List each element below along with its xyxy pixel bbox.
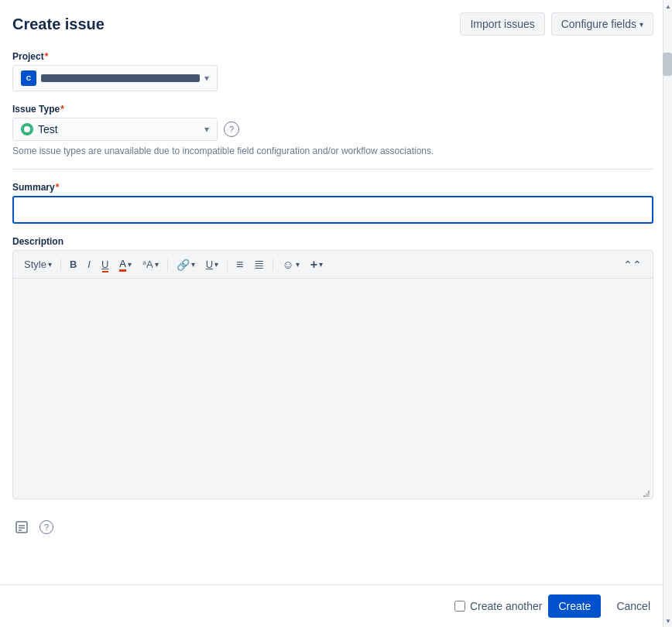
- configure-fields-button[interactable]: Configure fields ▾: [551, 12, 653, 36]
- issue-type-row: Test ▾ ?: [12, 118, 653, 141]
- section-divider: [12, 169, 653, 170]
- scrollbar-down-arrow[interactable]: ▼: [663, 615, 672, 627]
- page-title: Create issue: [12, 15, 105, 33]
- summary-input[interactable]: [12, 196, 653, 224]
- collapse-toolbar-button[interactable]: ⌃⌃: [619, 255, 646, 274]
- font-size-chevron: ▾: [155, 260, 159, 269]
- issue-type-dropdown-arrow: ▾: [204, 124, 209, 135]
- project-select[interactable]: C ▾: [12, 65, 218, 91]
- underline-button[interactable]: U: [97, 255, 113, 273]
- project-icon: C: [21, 70, 36, 86]
- scrollbar-thumb[interactable]: [663, 53, 672, 76]
- emoji-button[interactable]: ☺ ▾: [277, 255, 303, 274]
- toolbar-sep-1: [60, 259, 61, 271]
- create-another-checkbox[interactable]: [454, 601, 465, 612]
- attachment-icon[interactable]: [12, 518, 31, 536]
- style-button[interactable]: Style ▾: [19, 255, 57, 273]
- issue-type-icon: [21, 123, 33, 135]
- toolbar-sep-2: [167, 259, 168, 271]
- text-underline-button[interactable]: U ▾: [201, 255, 223, 273]
- cancel-button[interactable]: Cancel: [607, 595, 660, 617]
- issue-type-hint: Some issue types are unavailable due to …: [12, 146, 653, 156]
- more-button[interactable]: + ▾: [306, 255, 327, 275]
- italic-button[interactable]: I: [83, 255, 95, 273]
- font-size-button[interactable]: ᵃA ▾: [138, 255, 163, 273]
- form-footer: Create another Create Cancel: [0, 584, 672, 627]
- modal-header: Create issue Import issues Configure fie…: [0, 0, 672, 45]
- scrollbar-track: ▲ ▼: [663, 0, 672, 627]
- create-button[interactable]: Create: [548, 594, 601, 618]
- help-circle-icon[interactable]: ?: [37, 518, 56, 536]
- font-color-chevron: ▾: [128, 260, 132, 269]
- description-editor: Style ▾ B I U A ▾: [12, 250, 653, 499]
- project-field: Project* C ▾: [12, 51, 653, 91]
- link-chevron: ▾: [191, 260, 195, 269]
- font-color-button[interactable]: A ▾: [115, 255, 136, 275]
- description-field: Description Style ▾ B I U: [12, 236, 653, 499]
- style-chevron-icon: ▾: [48, 260, 52, 269]
- svg-rect-0: [16, 522, 27, 533]
- scrollbar-up-arrow[interactable]: ▲: [663, 0, 672, 12]
- description-label: Description: [12, 236, 653, 247]
- unordered-list-button[interactable]: ≡: [231, 255, 248, 275]
- summary-required: *: [56, 182, 60, 193]
- link-button[interactable]: 🔗 ▾: [172, 255, 200, 274]
- more-chevron: ▾: [319, 260, 323, 269]
- issue-type-label: Issue Type*: [12, 104, 653, 115]
- project-name-redacted: [41, 74, 200, 82]
- editor-footer-icons: ?: [12, 512, 653, 543]
- project-required: *: [45, 51, 49, 62]
- summary-field: Summary*: [12, 182, 653, 224]
- project-label: Project*: [12, 51, 653, 62]
- issue-type-required: *: [60, 104, 64, 115]
- editor-resize: [13, 488, 653, 499]
- create-issue-modal: ▲ ▼ Create issue Import issues Configure…: [0, 0, 672, 627]
- editor-toolbar: Style ▾ B I U A ▾: [13, 251, 653, 279]
- issue-type-select[interactable]: Test ▾: [12, 118, 218, 141]
- toolbar-sep-3: [227, 259, 228, 271]
- issue-type-field: Issue Type* Test ▾ ? Some issue types ar…: [12, 104, 653, 156]
- issue-type-help-icon[interactable]: ?: [224, 122, 239, 137]
- toolbar-sep-4: [273, 259, 273, 271]
- emoji-chevron: ▾: [296, 260, 300, 269]
- resize-handle-icon[interactable]: [642, 489, 650, 497]
- header-actions: Import issues Configure fields ▾: [460, 12, 653, 36]
- editor-body[interactable]: [13, 279, 653, 488]
- bold-button[interactable]: B: [65, 255, 81, 273]
- summary-label: Summary*: [12, 182, 653, 193]
- create-another-checkbox-label[interactable]: Create another: [454, 600, 542, 612]
- text-underline-chevron: ▾: [214, 260, 218, 269]
- ordered-list-button[interactable]: ≣: [249, 254, 269, 275]
- form-content: Project* C ▾ Issue Type* Test: [0, 45, 672, 584]
- project-dropdown-arrow: ▾: [204, 73, 209, 84]
- configure-chevron-icon: ▾: [639, 20, 643, 29]
- import-issues-button[interactable]: Import issues: [460, 12, 544, 36]
